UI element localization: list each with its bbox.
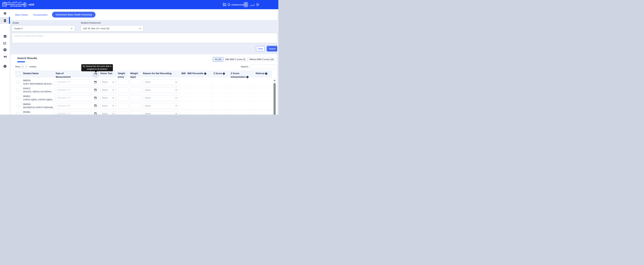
left-sidebar bbox=[0, 9, 10, 115]
notifications-bell-icon[interactable] bbox=[227, 3, 230, 7]
bmi-filter-segments: All (18) With BMI/ Z-score (0) Without B… bbox=[213, 57, 276, 62]
reason-not-recording-select[interactable]: Select bbox=[143, 79, 178, 85]
col-vision-test: Vision Test bbox=[99, 70, 116, 79]
z-score-cell bbox=[212, 110, 229, 115]
referral-cell bbox=[254, 110, 272, 115]
user-avatar[interactable]: C bbox=[244, 2, 248, 7]
student-id: 969034 bbox=[22, 78, 54, 82]
sidebar-item-settings[interactable] bbox=[0, 46, 10, 53]
height-input[interactable] bbox=[118, 111, 128, 115]
vision-test-select[interactable]: Select bbox=[100, 95, 116, 101]
col-reason-not-recording: Reason for Not Recording bbox=[142, 70, 180, 79]
referral-cell bbox=[254, 86, 272, 94]
student-homeroom-select[interactable]: (GR 3C Max 19 / Used 18) bbox=[81, 25, 143, 31]
reason-not-recording-select[interactable]: Select bbox=[143, 103, 178, 109]
sidebar-active-indicator bbox=[9, 17, 10, 24]
weight-input[interactable] bbox=[130, 87, 141, 93]
col-student-name: Student Name bbox=[22, 70, 54, 79]
page-scrollbar[interactable] bbox=[277, 9, 278, 115]
info-icon[interactable]: i bbox=[246, 76, 249, 78]
sidebar-item-reports[interactable] bbox=[0, 39, 10, 46]
date-of-measurement-input[interactable] bbox=[56, 87, 98, 93]
student-name: AARAA IQBAL AZHAR IQBAL bbox=[22, 98, 54, 101]
chevron-down-icon bbox=[112, 113, 114, 114]
clear-button[interactable]: Clear bbox=[256, 46, 265, 51]
rewind-icon bbox=[3, 55, 6, 58]
student-homeroom-value: (GR 3C Max 19 / Used 18) bbox=[83, 27, 139, 30]
row-checkbox[interactable] bbox=[16, 112, 20, 115]
row-checkbox[interactable] bbox=[16, 89, 20, 92]
search-button[interactable]: Search bbox=[267, 46, 278, 51]
date-of-measurement-input[interactable] bbox=[56, 103, 98, 109]
z-score-interpretation-cell bbox=[229, 102, 254, 110]
username-label[interactable]: charterschool bbox=[231, 3, 246, 6]
tab-mass-retain[interactable]: Mass Retain bbox=[15, 13, 28, 16]
calendar-icon[interactable] bbox=[94, 88, 97, 92]
reason-not-recording-select[interactable]: Select bbox=[143, 95, 178, 101]
page-size-select[interactable]: 25 bbox=[20, 64, 28, 69]
scroll-up-arrow[interactable] bbox=[274, 80, 276, 81]
vision-test-select[interactable]: Select bbox=[100, 79, 116, 85]
info-icon[interactable]: i bbox=[204, 72, 206, 75]
grade-select[interactable]: Grade 3 bbox=[12, 25, 75, 31]
height-input[interactable] bbox=[118, 103, 128, 109]
row-checkbox[interactable] bbox=[16, 81, 20, 84]
tab-homeroom-health-screening[interactable]: Homeroom Basic Health Screening bbox=[52, 12, 96, 17]
calendar-icon[interactable] bbox=[94, 112, 97, 115]
results-title: Search Results bbox=[17, 57, 37, 60]
bmi-cell bbox=[180, 78, 186, 86]
vision-test-select[interactable]: Select bbox=[100, 111, 116, 115]
table-search-label: Search: bbox=[241, 65, 249, 68]
sidebar-item-academics[interactable] bbox=[0, 10, 10, 17]
chart-trend-icon bbox=[3, 41, 6, 44]
calendar-icon[interactable] bbox=[94, 104, 97, 108]
scrollbar-thumb[interactable] bbox=[274, 83, 276, 115]
reason-not-recording-select[interactable]: Select bbox=[143, 87, 178, 93]
tab-transportation[interactable]: Transportation bbox=[33, 13, 48, 16]
logout-icon[interactable] bbox=[256, 3, 259, 7]
student-id: 953961 bbox=[22, 110, 54, 114]
entries-label: entries bbox=[30, 65, 36, 68]
segment-without-bmi[interactable]: Without BMI/ Z-score (18) bbox=[248, 57, 276, 62]
row-checkbox[interactable] bbox=[16, 104, 20, 107]
table-search-input[interactable] bbox=[250, 64, 276, 69]
row-checkbox[interactable] bbox=[16, 96, 20, 99]
bmi-cell bbox=[180, 94, 186, 102]
student-homeroom-label: Student Homeroom bbox=[81, 21, 101, 24]
segment-with-bmi[interactable]: With BMI/ Z-score (0) bbox=[224, 57, 248, 62]
height-input[interactable] bbox=[118, 95, 128, 101]
info-icon[interactable]: i bbox=[223, 72, 225, 75]
weight-input[interactable] bbox=[130, 103, 141, 109]
weight-input[interactable] bbox=[130, 79, 141, 85]
bmi-percentile-cell bbox=[186, 110, 212, 115]
col-date-of-measurement: Date of Measurement bbox=[54, 70, 99, 79]
info-icon[interactable]: i bbox=[265, 72, 267, 75]
z-score-cell bbox=[212, 86, 229, 94]
segment-all[interactable]: All (18) bbox=[213, 57, 224, 62]
date-of-measurement-input[interactable] bbox=[56, 95, 98, 101]
date-of-measurement-input[interactable] bbox=[56, 79, 98, 85]
height-input[interactable] bbox=[118, 87, 128, 93]
calendar-icon[interactable] bbox=[94, 96, 97, 100]
language-toggle[interactable]: عربي bbox=[250, 3, 255, 6]
esis-number-search-input[interactable] bbox=[12, 33, 277, 43]
date-of-measurement-input[interactable] bbox=[56, 111, 98, 115]
chevron-down-icon bbox=[176, 90, 177, 90]
sidebar-item-feedback[interactable] bbox=[0, 63, 10, 70]
sidebar-item-rewind[interactable] bbox=[0, 53, 10, 60]
chevron-down-icon bbox=[176, 105, 177, 106]
chevron-down-icon bbox=[112, 98, 114, 98]
weight-input[interactable] bbox=[130, 111, 141, 115]
sidebar-item-school[interactable] bbox=[0, 17, 10, 24]
vision-test-select[interactable]: Select bbox=[100, 103, 116, 109]
height-input[interactable] bbox=[118, 79, 128, 85]
reason-not-recording-select[interactable]: Select bbox=[143, 111, 178, 115]
sidebar-item-attendance[interactable] bbox=[0, 33, 10, 39]
table-header-row: Student Name Date of Measurement Vision … bbox=[15, 70, 272, 77]
calendar-icon[interactable] bbox=[94, 81, 97, 84]
weight-input[interactable] bbox=[130, 95, 141, 101]
select-all-checkbox[interactable] bbox=[16, 72, 20, 75]
vision-test-select[interactable]: Select bbox=[100, 87, 116, 93]
search-results-card: Search Results All (18) With BMI/ Z-scor… bbox=[10, 54, 277, 115]
apps-grid-plus-icon[interactable] bbox=[223, 3, 226, 7]
